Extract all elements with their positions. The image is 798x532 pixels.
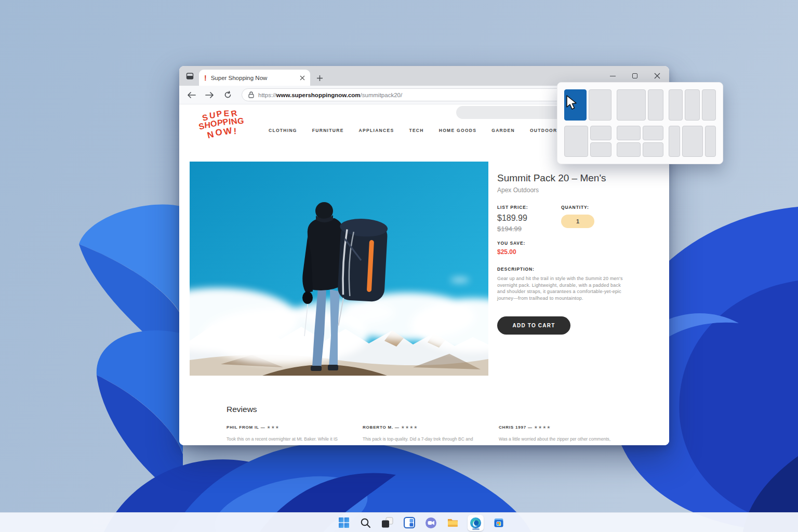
close-icon [654,73,660,79]
mouse-cursor [565,95,579,110]
store-button[interactable] [491,516,506,530]
review-author: ROBERTO M. [363,425,393,430]
url-scheme: https:// [258,92,276,98]
quantity-label: QUANTITY: [561,205,594,210]
review-stars: ★★★ [267,425,280,430]
close-button[interactable] [654,72,661,79]
review-separator: — [528,425,533,430]
snap-zone-right[interactable] [589,89,611,121]
edge-button[interactable] [468,515,484,531]
snap-zone-top-left[interactable] [617,126,641,140]
tab-actions-menu-button[interactable] [184,70,195,82]
focus-center-layout[interactable] [669,126,716,157]
chat-icon [425,517,437,529]
nav-item-clothing[interactable]: CLOTHING [269,128,297,133]
refresh-icon [224,91,232,99]
nav-item-outdoor[interactable]: OUTDOOR [530,128,557,133]
shop-logo[interactable]: SUPER SHOPPING NOW! [191,106,251,140]
file-explorer-icon [447,517,459,528]
refresh-button[interactable] [222,90,233,100]
you-save-block: YOU SAVE: $25.00 [497,241,669,256]
url-domain: www.supershoppingnow.com [276,92,361,98]
price-block: LIST PRICE: $189.99 $194.99 [497,205,561,233]
price-quantity-row: LIST PRICE: $189.99 $194.99 QUANTITY: 1 [497,205,669,233]
browser-tab[interactable]: ! Super Shopping Now [199,70,310,86]
nav-item-furniture[interactable]: FURNITURE [312,128,344,133]
minimize-icon [610,76,616,76]
snap-zone-narrow-right[interactable] [705,126,716,157]
list-price-label: LIST PRICE: [497,205,561,210]
snap-zone-wide-left[interactable] [617,89,646,121]
review-header: CHRIS 1997 — ★★★★ [499,425,622,430]
snap-zone-right-top[interactable] [590,126,611,140]
nav-item-home-goods[interactable]: HOME GOODS [439,128,477,133]
quantity-stepper[interactable]: 1 [561,215,594,228]
quad-grid-layout[interactable] [617,126,664,157]
snap-zone-col1[interactable] [669,89,682,121]
back-arrow-icon [187,91,196,99]
reviews-row: PHIL FROM IL — ★★★ Took this on a recent… [227,425,647,442]
description-block: DESCRIPTION: Gear up and hit the trail i… [497,267,630,301]
chat-button[interactable] [424,516,438,530]
review-header: ROBERTO M. — ★★★★ [363,425,486,430]
file-explorer-button[interactable] [446,516,460,530]
plus-icon [316,75,323,82]
three-columns-layout[interactable] [669,89,716,121]
snap-zone-col3[interactable] [702,89,716,121]
snap-zone-bottom-left[interactable] [617,142,641,157]
snap-zone-left-tall[interactable] [564,126,588,157]
widgets-button[interactable] [402,516,416,530]
quantity-block: QUANTITY: 1 [561,205,594,233]
you-save-value: $25.00 [497,248,669,256]
review-text: Took this on a recent overnighter at Mt.… [227,436,350,442]
you-save-label: YOU SAVE: [497,241,669,246]
product-title: Summit Pack 20 – Men's [497,172,669,184]
tab-close-icon[interactable] [300,75,305,81]
snap-zone-top-right[interactable] [643,126,663,140]
review-separator: — [261,425,265,430]
back-button[interactable] [186,90,196,100]
review-author: PHIL FROM IL [227,425,259,430]
reviews-section: Reviews PHIL FROM IL — ★★★ Took this on … [227,405,647,442]
snap-zone-wide-center[interactable] [682,126,703,157]
search-button[interactable] [358,516,373,530]
review-separator: — [395,425,400,430]
search-icon [360,517,371,528]
add-to-cart-button[interactable]: ADD TO CART [497,316,570,335]
snap-zone-col2[interactable] [685,89,700,121]
nav-item-garden[interactable]: GARDEN [491,128,515,133]
snap-zone-right-bottom[interactable] [590,142,611,157]
store-icon [493,517,504,528]
review-text: Was a little worried about the zipper pe… [499,436,622,442]
tab-title: Super Shopping Now [211,75,296,81]
snap-zone-narrow-right[interactable] [648,89,663,121]
forward-button[interactable] [204,90,215,100]
nav-item-appliances[interactable]: APPLIANCES [359,128,394,133]
reviews-heading: Reviews [227,405,647,414]
review-stars: ★★★★ [401,425,418,430]
desktop: ! Super Shopping Now [0,0,798,532]
taskbar [0,512,798,532]
maximize-button[interactable] [631,72,639,79]
review-card: PHIL FROM IL — ★★★ Took this on a recent… [227,425,350,442]
start-button[interactable] [337,516,351,530]
original-price: $194.99 [497,225,561,233]
task-view-button[interactable] [380,516,394,530]
new-tab-button[interactable] [316,75,323,82]
url-text: https://www.supershoppingnow.com/summitp… [258,92,402,98]
snap-zone-bottom-right[interactable] [643,142,663,157]
product-image-hiker [190,162,488,376]
review-card: CHRIS 1997 — ★★★★ Was a little worried a… [499,425,622,442]
start-icon [338,517,350,528]
wide-left-layout[interactable] [617,89,664,121]
product-details: Summit Pack 20 – Men's Apex Outdoors LIS… [497,172,669,335]
review-stars: ★★★★ [534,425,551,430]
description-text: Gear up and hit the trail in style with … [497,275,630,301]
nav-item-tech[interactable]: TECH [409,128,423,133]
tab-actions-icon [186,72,194,80]
review-text: This pack is top-quality. Did a 7-day tr… [363,436,486,442]
snap-zone-narrow-left[interactable] [669,126,680,157]
minimize-button[interactable] [609,72,616,79]
review-card: ROBERTO M. — ★★★★ This pack is top-quali… [363,425,486,442]
left-with-stacked-right-layout[interactable] [564,126,611,157]
